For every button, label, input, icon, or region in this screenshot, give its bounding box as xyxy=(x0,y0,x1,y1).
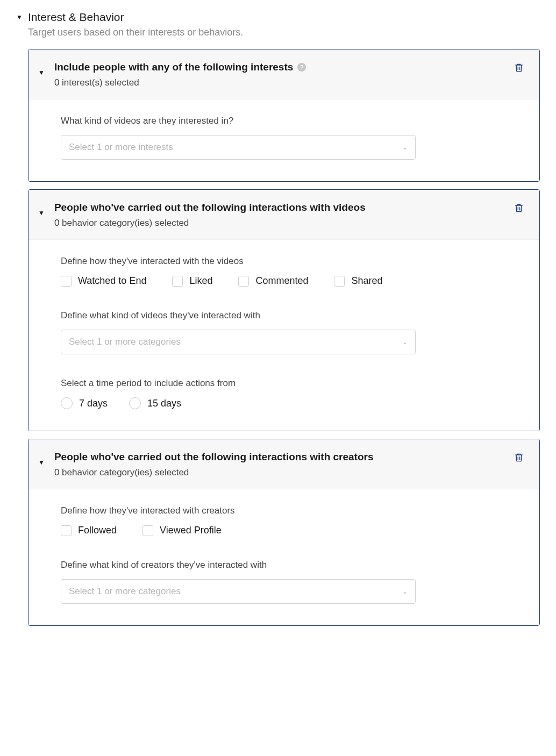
checkbox-box-icon xyxy=(172,276,183,287)
checkbox-commented[interactable]: Commented xyxy=(238,275,308,287)
caret-down-icon[interactable]: ▼ xyxy=(38,209,45,217)
checkbox-label: Followed xyxy=(78,525,117,536)
field-block-creator-interaction: Define how they've interacted with creat… xyxy=(61,505,507,536)
card-interests: ▼ Include people with any of the followi… xyxy=(28,49,540,182)
field-block-time-period: Select a time period to include actions … xyxy=(61,378,507,409)
interests-select[interactable]: Select 1 or more interests ⌄ xyxy=(61,135,416,160)
select-placeholder: Select 1 or more categories xyxy=(69,586,181,597)
field-label: Define how they've interacted with the v… xyxy=(61,256,507,267)
section-subtitle: Target users based on their interests or… xyxy=(28,27,540,38)
card-header-main: People who've carried out the following … xyxy=(54,451,503,478)
field-label: Define what kind of videos they've inter… xyxy=(61,310,507,321)
checkbox-box-icon xyxy=(61,525,72,536)
card-header-interests: ▼ Include people with any of the followi… xyxy=(28,49,539,99)
card-sub: 0 behavior category(ies) selected xyxy=(54,218,503,229)
field-block-video-kind: Define what kind of videos they've inter… xyxy=(61,310,507,354)
card-header-main: People who've carried out the following … xyxy=(54,202,503,229)
field-block-creator-kind: Define what kind of creators they've int… xyxy=(61,560,507,604)
checkbox-shared[interactable]: Shared xyxy=(334,275,382,287)
card-body: Define how they've interacted with creat… xyxy=(28,489,539,625)
radio-15days[interactable]: 15 days xyxy=(129,397,181,409)
checkbox-row: Watched to End Liked Commented Shared xyxy=(61,275,507,287)
field-block: What kind of videos are they interested … xyxy=(61,116,507,160)
radio-7days[interactable]: 7 days xyxy=(61,397,108,409)
card-sub: 0 interest(s) selected xyxy=(54,77,503,88)
checkbox-label: Shared xyxy=(351,275,382,287)
checkbox-label: Commented xyxy=(255,275,308,287)
chevron-down-icon: ⌄ xyxy=(402,588,408,595)
trash-icon xyxy=(514,203,524,213)
card-body: What kind of videos are they interested … xyxy=(28,99,539,181)
card-body: Define how they've interacted with the v… xyxy=(28,240,539,431)
caret-down-icon[interactable]: ▼ xyxy=(16,13,23,21)
checkbox-label: Liked xyxy=(189,275,212,287)
card-title-text: Include people with any of the following… xyxy=(54,61,293,73)
checkbox-row: Followed Viewed Profile xyxy=(61,525,507,536)
field-label: Define what kind of creators they've int… xyxy=(61,560,507,570)
select-placeholder: Select 1 or more interests xyxy=(69,142,173,153)
checkbox-followed[interactable]: Followed xyxy=(61,525,117,536)
checkbox-box-icon xyxy=(334,276,345,287)
video-categories-select[interactable]: Select 1 or more categories ⌄ xyxy=(61,330,416,354)
checkbox-box-icon xyxy=(238,276,249,287)
card-header-creators: ▼ People who've carried out the followin… xyxy=(28,439,539,489)
checkbox-viewed-profile[interactable]: Viewed Profile xyxy=(142,525,222,536)
delete-button[interactable] xyxy=(512,61,525,76)
radio-circle-icon xyxy=(129,397,141,409)
card-header-videos: ▼ People who've carried out the followin… xyxy=(28,190,539,240)
radio-label: 15 days xyxy=(147,398,181,409)
radio-label: 7 days xyxy=(79,398,108,409)
card-title: People who've carried out the following … xyxy=(54,451,503,463)
delete-button[interactable] xyxy=(512,202,525,216)
checkbox-liked[interactable]: Liked xyxy=(172,275,212,287)
card-sub: 0 behavior category(ies) selected xyxy=(54,467,503,478)
card-title-text: People who've carried out the following … xyxy=(54,451,374,463)
card-header-main: Include people with any of the following… xyxy=(54,61,503,88)
radio-row: 7 days 15 days xyxy=(61,397,507,409)
card-title: Include people with any of the following… xyxy=(54,61,503,73)
radio-circle-icon xyxy=(61,397,73,409)
field-label: What kind of videos are they interested … xyxy=(61,116,507,126)
checkbox-box-icon xyxy=(142,525,153,536)
help-icon[interactable]: ? xyxy=(297,63,306,72)
field-label: Select a time period to include actions … xyxy=(61,378,507,389)
field-label: Define how they've interacted with creat… xyxy=(61,505,507,516)
section-title: Interest & Behavior xyxy=(28,11,124,24)
card-title: People who've carried out the following … xyxy=(54,202,503,213)
card-videos: ▼ People who've carried out the followin… xyxy=(28,189,540,431)
select-placeholder: Select 1 or more categories xyxy=(69,337,181,347)
trash-icon xyxy=(514,62,524,73)
card-creators: ▼ People who've carried out the followin… xyxy=(28,439,540,626)
caret-down-icon[interactable]: ▼ xyxy=(38,69,45,76)
checkbox-watched[interactable]: Watched to End xyxy=(61,275,146,287)
checkbox-label: Viewed Profile xyxy=(160,525,222,536)
checkbox-box-icon xyxy=(61,276,72,287)
checkbox-label: Watched to End xyxy=(78,275,146,287)
delete-button[interactable] xyxy=(512,451,525,466)
creator-categories-select[interactable]: Select 1 or more categories ⌄ xyxy=(61,579,416,604)
trash-icon xyxy=(514,452,524,463)
section-header: ▼ Interest & Behavior xyxy=(16,11,540,24)
card-title-text: People who've carried out the following … xyxy=(54,202,366,213)
chevron-down-icon: ⌄ xyxy=(402,338,408,346)
caret-down-icon[interactable]: ▼ xyxy=(38,459,45,466)
chevron-down-icon: ⌄ xyxy=(402,144,408,151)
field-block-interaction-type: Define how they've interacted with the v… xyxy=(61,256,507,287)
